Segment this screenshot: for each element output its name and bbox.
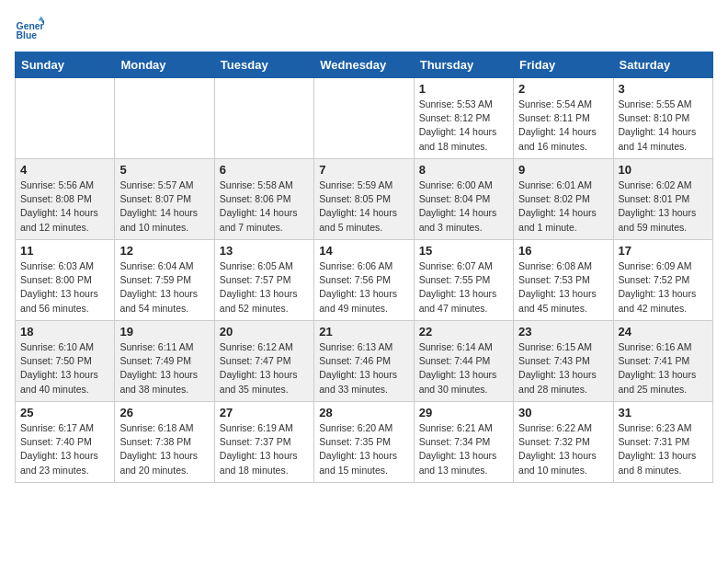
day-number: 1 [419, 82, 508, 96]
calendar-cell [115, 78, 214, 159]
calendar-cell: 21Sunrise: 6:13 AMSunset: 7:46 PMDayligh… [314, 321, 414, 402]
day-number: 28 [319, 406, 408, 419]
day-info: Sunrise: 6:09 AMSunset: 7:52 PMDaylight:… [619, 259, 708, 316]
day-number: 23 [518, 325, 608, 339]
calendar-cell: 3Sunrise: 5:55 AMSunset: 8:10 PMDaylight… [613, 78, 712, 159]
calendar-cell: 5Sunrise: 5:57 AMSunset: 8:07 PMDaylight… [115, 159, 214, 240]
day-info: Sunrise: 6:18 AMSunset: 7:38 PMDaylight:… [119, 421, 209, 477]
calendar-cell [16, 78, 115, 159]
day-info: Sunrise: 5:55 AMSunset: 8:10 PMDaylight:… [619, 98, 708, 154]
weekday-header-row: SundayMondayTuesdayWednesdayThursdayFrid… [16, 52, 713, 78]
day-number: 18 [20, 325, 109, 339]
day-info: Sunrise: 6:08 AMSunset: 7:53 PMDaylight:… [518, 259, 608, 316]
day-info: Sunrise: 6:07 AMSunset: 7:55 PMDaylight:… [419, 259, 508, 316]
calendar-week-row: 11Sunrise: 6:03 AMSunset: 8:00 PMDayligh… [16, 240, 713, 321]
weekday-header-thursday: Thursday [414, 52, 513, 78]
calendar-cell: 23Sunrise: 6:15 AMSunset: 7:43 PMDayligh… [514, 321, 613, 402]
day-number: 9 [518, 163, 608, 177]
day-number: 26 [119, 406, 209, 419]
day-info: Sunrise: 6:17 AMSunset: 7:40 PMDaylight:… [20, 421, 109, 477]
day-number: 8 [419, 163, 508, 177]
day-number: 14 [319, 244, 408, 258]
day-info: Sunrise: 6:21 AMSunset: 7:34 PMDaylight:… [419, 421, 508, 477]
day-info: Sunrise: 5:53 AMSunset: 8:12 PMDaylight:… [419, 98, 508, 154]
calendar-cell: 25Sunrise: 6:17 AMSunset: 7:40 PMDayligh… [16, 402, 115, 483]
weekday-header-wednesday: Wednesday [314, 52, 414, 78]
calendar-cell: 26Sunrise: 6:18 AMSunset: 7:38 PMDayligh… [115, 402, 214, 483]
day-number: 10 [619, 163, 708, 177]
day-number: 30 [518, 406, 608, 419]
day-info: Sunrise: 6:02 AMSunset: 8:01 PMDaylight:… [619, 178, 708, 235]
day-info: Sunrise: 6:14 AMSunset: 7:44 PMDaylight:… [419, 340, 508, 396]
day-number: 20 [220, 325, 309, 339]
calendar-cell: 18Sunrise: 6:10 AMSunset: 7:50 PMDayligh… [16, 321, 115, 402]
calendar-cell: 4Sunrise: 5:56 AMSunset: 8:08 PMDaylight… [16, 159, 115, 240]
day-info: Sunrise: 6:00 AMSunset: 8:04 PMDaylight:… [419, 178, 508, 235]
calendar-cell: 17Sunrise: 6:09 AMSunset: 7:52 PMDayligh… [613, 240, 712, 321]
day-info: Sunrise: 6:01 AMSunset: 8:02 PMDaylight:… [518, 178, 608, 235]
calendar-cell: 28Sunrise: 6:20 AMSunset: 7:35 PMDayligh… [314, 402, 414, 483]
calendar-cell: 22Sunrise: 6:14 AMSunset: 7:44 PMDayligh… [414, 321, 513, 402]
calendar-cell: 19Sunrise: 6:11 AMSunset: 7:49 PMDayligh… [115, 321, 214, 402]
day-number: 5 [119, 163, 209, 177]
calendar-cell: 2Sunrise: 5:54 AMSunset: 8:11 PMDaylight… [514, 78, 613, 159]
day-number: 13 [220, 244, 309, 258]
weekday-header-sunday: Sunday [16, 52, 115, 78]
day-info: Sunrise: 6:06 AMSunset: 7:56 PMDaylight:… [319, 259, 408, 316]
calendar-cell: 7Sunrise: 5:59 AMSunset: 8:05 PMDaylight… [314, 159, 414, 240]
day-info: Sunrise: 5:59 AMSunset: 8:05 PMDaylight:… [319, 178, 408, 235]
calendar-cell: 31Sunrise: 6:23 AMSunset: 7:31 PMDayligh… [613, 402, 712, 483]
day-info: Sunrise: 6:15 AMSunset: 7:43 PMDaylight:… [518, 340, 608, 396]
day-number: 22 [419, 325, 508, 339]
calendar-cell: 14Sunrise: 6:06 AMSunset: 7:56 PMDayligh… [314, 240, 414, 321]
day-info: Sunrise: 6:22 AMSunset: 7:32 PMDaylight:… [518, 421, 608, 477]
day-number: 29 [419, 406, 508, 419]
svg-marker-2 [39, 17, 44, 21]
calendar-week-row: 4Sunrise: 5:56 AMSunset: 8:08 PMDaylight… [16, 159, 713, 240]
calendar-cell: 20Sunrise: 6:12 AMSunset: 7:47 PMDayligh… [214, 321, 313, 402]
calendar-cell: 15Sunrise: 6:07 AMSunset: 7:55 PMDayligh… [414, 240, 513, 321]
calendar-cell: 8Sunrise: 6:00 AMSunset: 8:04 PMDaylight… [414, 159, 513, 240]
day-info: Sunrise: 6:04 AMSunset: 7:59 PMDaylight:… [119, 259, 209, 316]
day-number: 21 [319, 325, 408, 339]
day-info: Sunrise: 6:19 AMSunset: 7:37 PMDaylight:… [220, 421, 309, 477]
day-number: 7 [319, 163, 408, 177]
calendar-cell [314, 78, 414, 159]
calendar-cell: 10Sunrise: 6:02 AMSunset: 8:01 PMDayligh… [613, 159, 712, 240]
day-number: 4 [20, 163, 109, 177]
day-info: Sunrise: 6:23 AMSunset: 7:31 PMDaylight:… [619, 421, 708, 477]
calendar-table: SundayMondayTuesdayWednesdayThursdayFrid… [15, 52, 713, 483]
calendar-cell: 12Sunrise: 6:04 AMSunset: 7:59 PMDayligh… [115, 240, 214, 321]
calendar-week-row: 25Sunrise: 6:17 AMSunset: 7:40 PMDayligh… [16, 402, 713, 483]
svg-text:General: General [17, 21, 44, 31]
weekday-header-saturday: Saturday [613, 52, 712, 78]
day-info: Sunrise: 5:54 AMSunset: 8:11 PMDaylight:… [518, 98, 608, 154]
logo: General Blue [15, 15, 48, 44]
day-number: 11 [20, 244, 109, 258]
calendar-cell: 29Sunrise: 6:21 AMSunset: 7:34 PMDayligh… [414, 402, 513, 483]
calendar-cell: 11Sunrise: 6:03 AMSunset: 8:00 PMDayligh… [16, 240, 115, 321]
day-number: 24 [619, 325, 708, 339]
weekday-header-monday: Monday [115, 52, 214, 78]
day-number: 2 [518, 82, 608, 96]
calendar-cell: 24Sunrise: 6:16 AMSunset: 7:41 PMDayligh… [613, 321, 712, 402]
calendar-cell: 9Sunrise: 6:01 AMSunset: 8:02 PMDaylight… [514, 159, 613, 240]
day-info: Sunrise: 6:03 AMSunset: 8:00 PMDaylight:… [20, 259, 109, 316]
day-number: 31 [619, 406, 708, 419]
calendar-cell: 27Sunrise: 6:19 AMSunset: 7:37 PMDayligh… [214, 402, 313, 483]
day-number: 17 [619, 244, 708, 258]
day-info: Sunrise: 5:58 AMSunset: 8:06 PMDaylight:… [220, 178, 309, 235]
calendar-cell: 16Sunrise: 6:08 AMSunset: 7:53 PMDayligh… [514, 240, 613, 321]
weekday-header-tuesday: Tuesday [214, 52, 313, 78]
day-number: 12 [119, 244, 209, 258]
day-number: 27 [220, 406, 309, 419]
day-number: 6 [220, 163, 309, 177]
day-info: Sunrise: 5:57 AMSunset: 8:07 PMDaylight:… [119, 178, 209, 235]
day-info: Sunrise: 6:05 AMSunset: 7:57 PMDaylight:… [220, 259, 309, 316]
calendar-cell: 1Sunrise: 5:53 AMSunset: 8:12 PMDaylight… [414, 78, 513, 159]
day-number: 3 [619, 82, 708, 96]
weekday-header-friday: Friday [514, 52, 613, 78]
calendar-cell: 13Sunrise: 6:05 AMSunset: 7:57 PMDayligh… [214, 240, 313, 321]
calendar-week-row: 18Sunrise: 6:10 AMSunset: 7:50 PMDayligh… [16, 321, 713, 402]
calendar-week-row: 1Sunrise: 5:53 AMSunset: 8:12 PMDaylight… [16, 78, 713, 159]
